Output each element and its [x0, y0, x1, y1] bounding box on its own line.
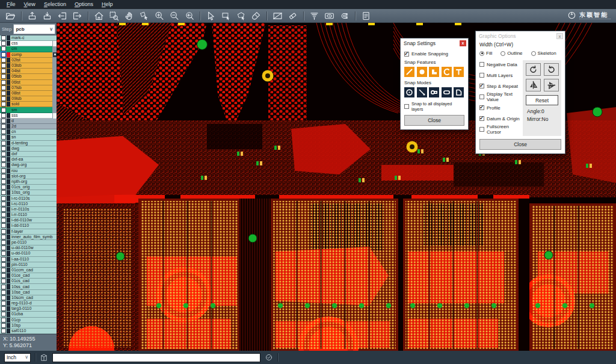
- enable-snapping-checkbox[interactable]: [404, 52, 409, 57]
- layer-list-scrollbar[interactable]: [52, 41, 57, 119]
- menu-item-options[interactable]: Options: [70, 0, 97, 9]
- select-pointer-button[interactable]: [203, 10, 218, 22]
- layer-row-01ccm_cad[interactable]: 01ccm_cad: [0, 268, 57, 273]
- layer-row-sn[interactable]: sn: [0, 135, 57, 140]
- layer-visibility-checkbox[interactable]: [1, 318, 6, 322]
- close-icon[interactable]: x: [460, 40, 466, 46]
- layer-row-01cs_cad[interactable]: 01cs_cad: [0, 279, 57, 284]
- layer-row-06lst[interactable]: 06lst: [0, 80, 57, 85]
- layer-row-04lst[interactable]: 04lst: [0, 69, 57, 74]
- radio-button[interactable]: [479, 51, 484, 56]
- layer-row-u-dd-0110[interactable]: u-dd-0110: [0, 251, 57, 256]
- layer-visibility-checkbox[interactable]: [1, 185, 6, 190]
- close-icon[interactable]: x: [556, 33, 563, 39]
- width-mode-skeleton[interactable]: Skeleton: [531, 51, 556, 56]
- layer-row-sss[interactable]: sss: [0, 113, 57, 119]
- exit-right-button[interactable]: [70, 10, 85, 22]
- layer-visibility-checkbox[interactable]: [1, 96, 6, 101]
- home-button[interactable]: [91, 10, 106, 22]
- flip-h-button[interactable]: [526, 79, 541, 91]
- layer-visibility-checkbox[interactable]: [1, 174, 6, 179]
- layer-row-01cp[interactable]: 01cp: [0, 318, 57, 323]
- layer-visibility-checkbox[interactable]: [1, 285, 6, 289]
- layer-row-01ce_cad[interactable]: 01ce_cad: [0, 273, 57, 279]
- enable-snapping-option[interactable]: Enable Snapping: [404, 51, 464, 57]
- layer-visibility-checkbox[interactable]: [1, 279, 6, 283]
- layer-visibility-checkbox[interactable]: [1, 306, 6, 311]
- center-snap-snap-button[interactable]: [404, 87, 414, 97]
- slot-snap-snap-button[interactable]: [442, 87, 452, 97]
- notes-doc-button[interactable]: [359, 10, 374, 22]
- layer-visibility-checkbox[interactable]: [1, 58, 6, 63]
- layer-row-10se_cad[interactable]: 10se_cad: [0, 290, 57, 295]
- import-up-button[interactable]: [25, 10, 40, 22]
- layer-visibility-checkbox[interactable]: [1, 257, 6, 262]
- layer-row-i-dd-0110w[interactable]: i-dd-0110w: [0, 218, 57, 223]
- layer-visibility-checkbox[interactable]: [1, 74, 6, 79]
- layer-row-03lsb[interactable]: 03lsb: [0, 63, 57, 69]
- option-profile[interactable]: Profile: [479, 103, 520, 112]
- layer-row-02lst[interactable]: 02lst: [0, 58, 57, 63]
- magnet-button[interactable]: [337, 10, 352, 22]
- option-multi-layers[interactable]: Multi Layers: [479, 71, 520, 79]
- layer-visibility-checkbox[interactable]: [1, 35, 6, 40]
- unit-select[interactable]: Inch ∨: [4, 353, 31, 362]
- eraser-button[interactable]: [285, 10, 300, 22]
- flip-v-button[interactable]: [544, 79, 559, 91]
- layer-row-pin-0110[interactable]: pin-0110: [0, 262, 57, 268]
- reset-button[interactable]: Reset: [526, 95, 558, 105]
- layer-visibility-checkbox[interactable]: [1, 108, 6, 113]
- layer-visibility-checkbox[interactable]: [1, 312, 6, 316]
- layer-visibility-checkbox[interactable]: [1, 229, 6, 234]
- menu-item-help[interactable]: Help: [97, 0, 117, 9]
- snap-settings-dialog[interactable]: Snap Settings x Enable Snapping Snap Fea…: [400, 38, 469, 130]
- layer-visibility-checkbox[interactable]: [1, 235, 6, 239]
- checkbox[interactable]: [479, 127, 484, 132]
- layer-visibility-checkbox[interactable]: [1, 146, 6, 151]
- layer-visibility-checkbox[interactable]: [1, 91, 6, 96]
- arc-snap-button[interactable]: [442, 67, 452, 77]
- line-snap-snap-button[interactable]: [417, 87, 427, 97]
- layer-visibility-checkbox[interactable]: [1, 329, 6, 333]
- layer-row-d[interactable]: d: [0, 119, 57, 124]
- layer-row-08lst[interactable]: 08lst: [0, 91, 57, 96]
- layer-row-2d[interactable]: 2d: [0, 124, 57, 129]
- checkbox[interactable]: [479, 73, 484, 78]
- layer-visibility-checkbox[interactable]: [1, 141, 6, 146]
- graphic-options-titlebar[interactable]: Graphic Options x: [476, 31, 565, 40]
- layer-visibility-checkbox[interactable]: [1, 85, 6, 90]
- snap-close-button[interactable]: Close: [404, 115, 464, 126]
- step-select[interactable]: pcb ∨: [13, 24, 55, 34]
- graphic-close-button[interactable]: Close: [479, 139, 561, 150]
- zoom-fit-button[interactable]: [106, 10, 122, 22]
- layer-visibility-checkbox[interactable]: [1, 179, 6, 184]
- filter-funnel-button[interactable]: [307, 10, 322, 22]
- layer-visibility-checkbox[interactable]: [1, 245, 6, 250]
- command-input[interactable]: [52, 353, 260, 362]
- layer-visibility-checkbox[interactable]: [1, 63, 6, 68]
- layer-visibility-checkbox[interactable]: [1, 162, 6, 167]
- radio-button[interactable]: [531, 51, 536, 56]
- option-fullscreen-cursor[interactable]: Fullscreen Cursor: [479, 125, 520, 134]
- new-page-icon[interactable]: [40, 353, 48, 362]
- layer-visibility-checkbox[interactable]: [1, 196, 6, 201]
- layer-row-saf0110[interactable]: saf0110: [0, 329, 57, 334]
- polygon-select-button[interactable]: [233, 10, 248, 22]
- checkbox[interactable]: [479, 105, 484, 110]
- layer-row-pe-0110[interactable]: pe-0110: [0, 240, 57, 245]
- snap-all-layers-checkbox[interactable]: [404, 104, 409, 109]
- pad-snap-snap-button[interactable]: [429, 87, 439, 97]
- layer-row-i-rc-0110s[interactable]: i-rc-0110s: [0, 196, 57, 201]
- layer-visibility-checkbox[interactable]: [1, 218, 6, 223]
- layer-visibility-checkbox[interactable]: [1, 124, 6, 129]
- option-step-repeat[interactable]: Step & Repeat: [479, 82, 520, 90]
- layer-visibility-checkbox[interactable]: [1, 323, 6, 328]
- layer-visibility-checkbox[interactable]: [1, 46, 6, 51]
- layer-row-05lsb[interactable]: 05lsb: [0, 74, 57, 79]
- exit-left-button[interactable]: [55, 10, 70, 22]
- layer-visibility-checkbox[interactable]: [1, 113, 6, 118]
- layer-row-dxf[interactable]: dxf: [0, 152, 57, 157]
- menu-item-view[interactable]: View: [20, 0, 40, 9]
- zoom-in-button[interactable]: [152, 10, 167, 22]
- layer-row-d-tenting[interactable]: d-tenting: [0, 141, 57, 146]
